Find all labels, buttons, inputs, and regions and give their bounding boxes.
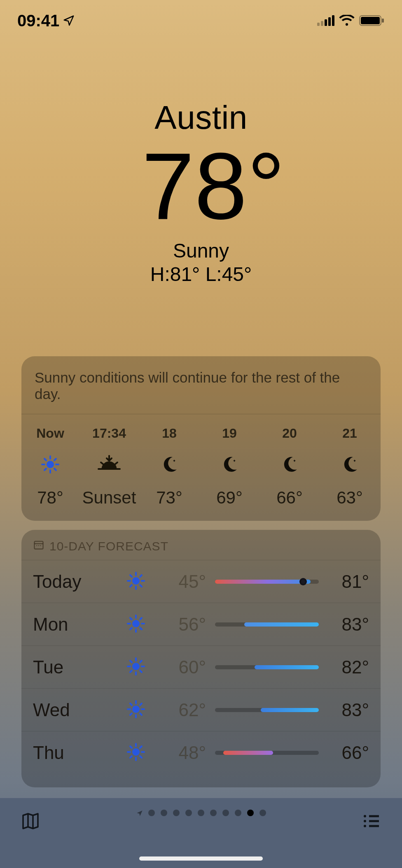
- moon-icon: [199, 448, 259, 480]
- battery-icon: [359, 15, 385, 26]
- svg-line-67: [130, 746, 132, 748]
- svg-rect-7: [382, 19, 384, 23]
- svg-point-53: [132, 706, 140, 713]
- day-low: 45°: [157, 571, 206, 592]
- day-name: Today: [33, 571, 115, 592]
- page-dot[interactable]: [222, 810, 229, 816]
- home-indicator[interactable]: [139, 856, 263, 861]
- hour-value: Sunset: [79, 488, 139, 508]
- svg-line-13: [44, 459, 46, 460]
- sun-icon: [115, 743, 157, 763]
- day-high: 82°: [328, 657, 369, 678]
- day-row[interactable]: Mon56°83°: [21, 603, 381, 646]
- page-dot[interactable]: [148, 810, 155, 816]
- svg-line-34: [140, 575, 142, 577]
- page-dot[interactable]: [185, 810, 192, 816]
- temp-range-bar: [206, 665, 328, 669]
- day-low: 56°: [157, 614, 206, 635]
- hourly-summary: Sunny conditions will continue for the r…: [21, 369, 381, 414]
- day-row[interactable]: Tue60°82°: [21, 646, 381, 689]
- day-name: Mon: [33, 614, 115, 635]
- svg-line-58: [130, 703, 132, 705]
- moon-icon: [259, 448, 320, 480]
- day-high: 81°: [328, 571, 369, 592]
- svg-point-62: [132, 748, 140, 756]
- day-name: Wed: [33, 700, 115, 720]
- svg-rect-4: [332, 15, 334, 26]
- hour-item: Now78°: [21, 426, 79, 508]
- svg-rect-6: [361, 17, 380, 24]
- svg-point-8: [47, 461, 54, 468]
- sun-icon: [21, 448, 79, 480]
- page-dot[interactable]: [259, 810, 266, 816]
- current-weather: Austin 78° Sunny H:81° L:45°: [0, 99, 402, 285]
- moon-icon: [139, 448, 199, 480]
- calendar-icon: [33, 539, 44, 553]
- day-row[interactable]: Thu48°66°: [21, 731, 381, 774]
- status-time: 09:41: [17, 12, 59, 30]
- svg-line-43: [140, 618, 142, 620]
- current-temperature: 78°: [25, 137, 402, 236]
- temp-range-bar: [206, 622, 328, 627]
- page-dot[interactable]: [235, 810, 241, 816]
- page-dot[interactable]: [210, 810, 217, 816]
- hourly-forecast-card[interactable]: Sunny conditions will continue for the r…: [21, 356, 381, 521]
- svg-line-20: [115, 462, 117, 464]
- page-dot[interactable]: [173, 810, 180, 816]
- sun-icon: [115, 572, 157, 592]
- svg-line-70: [140, 746, 142, 748]
- svg-point-71: [364, 815, 366, 817]
- hour-item: 17:34Sunset: [79, 426, 139, 508]
- sun-icon: [115, 700, 157, 720]
- svg-point-26: [132, 577, 140, 585]
- svg-point-44: [132, 663, 140, 670]
- temp-range-bar: [206, 580, 328, 584]
- hour-item: 2066°: [259, 426, 320, 508]
- daily-forecast-title: 10-DAY FORECAST: [49, 539, 168, 553]
- hour-value: 78°: [21, 488, 79, 508]
- map-button[interactable]: [19, 810, 42, 833]
- hourly-scroll[interactable]: Now78°17:34Sunset1873°1969°2066°2163°: [21, 414, 381, 508]
- temp-range-bar: [206, 708, 328, 712]
- day-high: 66°: [328, 743, 369, 763]
- svg-line-60: [130, 713, 132, 715]
- svg-line-69: [130, 756, 132, 758]
- hour-value: 73°: [139, 488, 199, 508]
- page-dot[interactable]: [161, 810, 167, 816]
- svg-line-31: [130, 575, 132, 577]
- day-row[interactable]: Today45°81°: [21, 560, 381, 603]
- sun-icon: [115, 615, 157, 634]
- svg-line-59: [140, 713, 142, 715]
- list-button[interactable]: [360, 810, 383, 833]
- hour-value: 63°: [320, 488, 380, 508]
- city-name: Austin: [0, 99, 402, 137]
- hour-time: 19: [199, 426, 259, 441]
- day-low: 62°: [157, 700, 206, 720]
- hour-time: 18: [139, 426, 199, 441]
- location-dot-icon[interactable]: [136, 810, 143, 816]
- page-dot[interactable]: [247, 810, 254, 816]
- high-low: H:81° L:45°: [0, 263, 402, 285]
- hour-item: 1969°: [199, 426, 259, 508]
- day-low: 60°: [157, 657, 206, 678]
- svg-line-14: [54, 469, 56, 470]
- day-row[interactable]: Wed62°83°: [21, 689, 381, 731]
- current-condition: Sunny: [0, 239, 402, 262]
- svg-line-40: [130, 618, 132, 620]
- svg-point-24: [38, 545, 39, 546]
- temp-range-bar: [206, 751, 328, 755]
- hour-time: 17:34: [79, 426, 139, 441]
- svg-point-35: [132, 620, 140, 627]
- svg-rect-3: [328, 17, 331, 26]
- page-dots[interactable]: [136, 810, 266, 816]
- svg-line-16: [54, 459, 56, 460]
- sun-icon: [115, 657, 157, 677]
- daily-forecast-card[interactable]: 10-DAY FORECAST Today45°81°Mon56°83°Tue6…: [21, 530, 381, 787]
- day-high: 83°: [328, 614, 369, 635]
- svg-rect-0: [317, 23, 320, 26]
- day-low: 48°: [157, 743, 206, 763]
- page-dot[interactable]: [198, 810, 204, 816]
- sunset-icon: [79, 448, 139, 480]
- hour-item: 2163°: [320, 426, 380, 508]
- hour-time: Now: [21, 426, 79, 441]
